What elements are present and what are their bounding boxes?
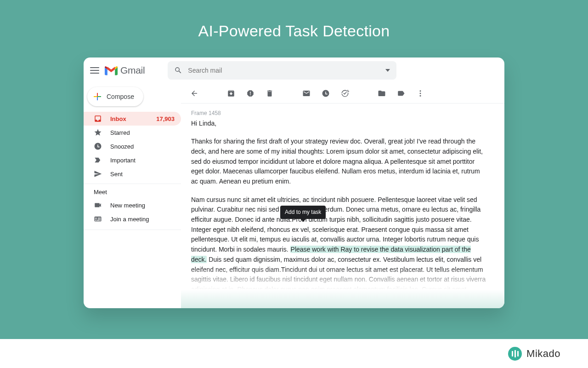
compose-button[interactable]: Compose — [87, 87, 143, 106]
back-icon[interactable] — [190, 89, 198, 98]
snooze-icon[interactable] — [322, 89, 330, 98]
meet-label: Join a meeting — [110, 216, 149, 223]
video-icon — [94, 201, 103, 209]
brand[interactable]: Mikado — [508, 347, 560, 361]
spam-icon[interactable] — [246, 89, 254, 98]
message-body: Frame 1458 Hi Linda, Thanks for sharing … — [181, 104, 504, 308]
archive-icon[interactable] — [227, 89, 235, 98]
important-icon — [94, 156, 103, 164]
label-icon[interactable] — [397, 89, 405, 98]
app-name: Gmail — [120, 65, 145, 76]
keyboard-icon — [94, 215, 103, 223]
star-icon — [94, 128, 103, 137]
nav-item-important[interactable]: Important — [84, 153, 181, 167]
meet-new-meeting[interactable]: New meeting — [84, 198, 181, 212]
meet-label: New meeting — [110, 202, 145, 209]
meet-join-meeting[interactable]: Join a meeting — [84, 212, 181, 226]
brand-bar: Mikado — [0, 339, 588, 368]
main-area: Frame 1458 Hi Linda, Thanks for sharing … — [181, 83, 504, 308]
nav-label: Important — [110, 157, 136, 164]
nav-item-snoozed[interactable]: Snoozed — [84, 139, 181, 153]
nav-item-inbox[interactable]: Inbox 17,903 — [84, 112, 181, 126]
msg-p2-after: Duis sed quam dignissim, maximus dolor a… — [191, 256, 486, 308]
trash-icon[interactable] — [266, 89, 274, 98]
send-icon — [94, 170, 103, 178]
msg-p1: Thanks for sharing the first draft of yo… — [191, 137, 487, 186]
svg-point-2 — [420, 95, 421, 96]
toolbar — [181, 83, 504, 104]
brand-logo-icon — [508, 347, 522, 361]
search-icon — [174, 66, 182, 75]
app-logo[interactable]: Gmail — [105, 65, 145, 76]
search-options-icon[interactable] — [385, 69, 390, 72]
nav-label: Sent — [110, 171, 123, 178]
sidebar: Compose Inbox 17,903 Starred — [84, 83, 181, 308]
brand-name: Mikado — [526, 348, 560, 360]
nav-item-starred[interactable]: Starred — [84, 126, 181, 139]
svg-point-1 — [420, 92, 421, 94]
menu-icon[interactable] — [90, 67, 99, 74]
hero-title: AI-Powered Task Detection — [198, 22, 390, 40]
mark-unread-icon[interactable] — [302, 89, 311, 98]
clock-icon — [94, 142, 103, 150]
search-bar[interactable]: Search mail — [168, 61, 396, 80]
nav-label: Starred — [110, 129, 130, 136]
app-header: Gmail Search mail — [84, 58, 504, 83]
nav-count: 17,903 — [156, 115, 175, 122]
frame-label: Frame 1458 — [191, 109, 487, 118]
gmail-logo-icon — [105, 65, 118, 75]
msg-p2-before: Nam cursus nunc sit amet elit ultricies,… — [191, 196, 481, 253]
msg-p2: Nam cursus nunc sit amet elit ultricies,… — [191, 195, 487, 308]
nav-label: Inbox — [110, 115, 126, 122]
more-icon[interactable] — [416, 89, 424, 98]
add-task-tooltip[interactable]: Add to my task — [280, 206, 326, 219]
add-task-icon[interactable] — [341, 89, 349, 98]
nav-item-sent[interactable]: Sent — [84, 167, 181, 181]
plus-icon — [93, 92, 102, 101]
nav-list: Inbox 17,903 Starred Snoozed Important — [84, 112, 181, 181]
nav-label: Snoozed — [110, 143, 134, 150]
search-input[interactable]: Search mail — [188, 67, 390, 74]
meet-heading: Meet — [84, 184, 181, 198]
app-window: Gmail Search mail Compose — [84, 58, 504, 308]
msg-greeting: Hi Linda, — [191, 119, 487, 129]
compose-label: Compose — [107, 93, 134, 100]
inbox-icon — [94, 115, 103, 123]
svg-point-0 — [420, 90, 421, 92]
move-icon[interactable] — [378, 89, 386, 98]
